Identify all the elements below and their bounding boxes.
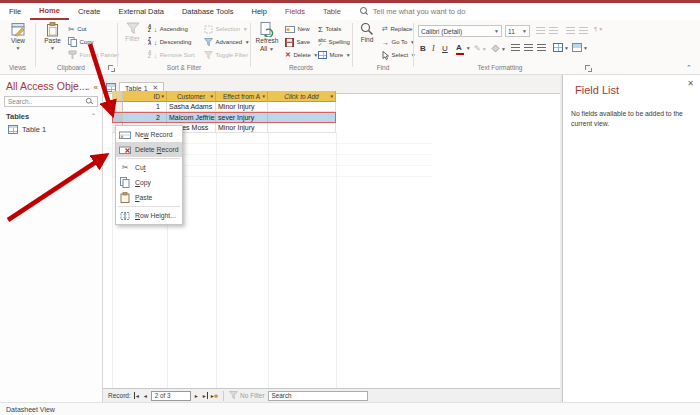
selection-button[interactable]: Selection▼ <box>204 23 248 35</box>
cell-effect[interactable]: Minor Injury <box>216 123 268 133</box>
filter-status-indicator[interactable]: No Filter <box>229 391 265 400</box>
format-painter-button[interactable]: Format Painter <box>68 49 119 61</box>
underline-button[interactable]: U <box>442 44 448 53</box>
select-all-corner[interactable] <box>112 91 123 102</box>
tab-file[interactable]: File <box>0 3 30 20</box>
descending-button[interactable]: ZA↓ Descending <box>148 36 191 48</box>
nav-search-input[interactable]: Search.. <box>4 96 98 107</box>
find-button[interactable]: Find <box>355 22 379 44</box>
remove-sort-button[interactable]: AZ↓ Remove Sort <box>148 49 195 61</box>
save-button[interactable]: Save <box>285 36 310 48</box>
new-blank-record-button[interactable]: ▸✱ <box>211 392 218 399</box>
row-selector[interactable] <box>112 102 123 112</box>
font-color-button[interactable]: A ▼ <box>456 44 471 52</box>
align-left-button[interactable] <box>511 44 520 51</box>
tab-fields[interactable]: Fields <box>276 3 314 20</box>
close-icon[interactable]: ✕ <box>687 79 694 88</box>
row-selector[interactable] <box>112 112 123 123</box>
cell-customer[interactable]: Sasha Adams <box>167 102 216 112</box>
menu-item-delete-record[interactable]: Delete Record <box>116 142 182 157</box>
tell-me-search[interactable]: Tell me what you want to do <box>360 3 466 20</box>
column-header-customer[interactable]: Customer▼ <box>167 91 216 102</box>
font-name-select[interactable]: Calibri (Detail) ▼ <box>418 25 502 37</box>
increase-indent-button[interactable] <box>579 27 588 34</box>
spelling-button[interactable]: abc✓ Spelling <box>318 36 350 48</box>
cell-id[interactable]: 1 <box>123 102 167 112</box>
menu-item-row-height[interactable]: Row Height... <box>116 208 182 223</box>
replace-button[interactable]: ⇄ Replace <box>382 23 412 35</box>
decrease-indent-button[interactable] <box>566 27 575 34</box>
previous-record-button[interactable]: ◂ <box>143 392 148 399</box>
tab-home[interactable]: Home <box>30 3 69 20</box>
cell-id[interactable]: 2 <box>123 112 167 123</box>
chevron-up-icon[interactable]: ⌃ <box>91 112 96 119</box>
new-record-button[interactable]: New <box>285 23 310 35</box>
menu-item-paste[interactable]: Paste <box>116 190 182 205</box>
tab-help[interactable]: Help <box>242 3 275 20</box>
nav-pane-title: All Access Obje... <box>6 80 88 92</box>
tab-database-tools[interactable]: Database Tools <box>173 3 243 20</box>
cell-effect[interactable]: Minor Injury <box>216 102 268 112</box>
refresh-all-button[interactable]: Refresh All ▼ <box>253 22 281 53</box>
nav-item-table1[interactable]: Table 1 <box>8 125 46 134</box>
selection-icon <box>204 25 213 34</box>
highlight-button[interactable]: ✎▼ <box>474 44 487 53</box>
paste-button[interactable]: Paste ▼ <box>39 22 66 51</box>
chevron-down-icon[interactable]: ▼ <box>210 94 214 99</box>
gridlines-button[interactable]: ▼ <box>553 43 569 52</box>
text-formatting-dialog-launcher[interactable] <box>585 65 592 72</box>
bold-button[interactable]: B <box>420 44 426 53</box>
toggle-filter-button[interactable]: Toggle Filter <box>204 49 248 61</box>
find-icon <box>360 22 374 36</box>
column-header-id[interactable]: ID▼ <box>123 91 167 102</box>
column-header-click-to-add[interactable]: Click to Add▼ <box>268 91 336 102</box>
tab-create[interactable]: Create <box>69 3 110 20</box>
menu-item-copy[interactable]: Copy <box>116 175 182 190</box>
collapse-ribbon-icon[interactable]: ⌃ <box>686 64 692 72</box>
more-button[interactable]: More▼ <box>318 49 351 61</box>
tab-external-data[interactable]: External Data <box>109 3 172 20</box>
clipboard-dialog-launcher[interactable] <box>108 65 115 72</box>
select-button[interactable]: Select▼ <box>382 49 416 61</box>
font-size-select[interactable]: 11 ▼ <box>505 25 530 37</box>
align-right-button[interactable] <box>537 44 546 51</box>
bullets-button[interactable] <box>536 27 545 34</box>
next-record-button[interactable]: ▸ <box>194 392 199 399</box>
rtl-button[interactable]: ¶▼ <box>594 26 603 32</box>
chevron-down-icon[interactable]: ⌄ <box>86 84 91 91</box>
chevron-down-icon[interactable]: ▼ <box>330 94 334 99</box>
cell-effect[interactable]: sever Injury <box>216 112 268 123</box>
table-row-1[interactable]: 1 Sasha Adams Minor Injury <box>112 102 336 112</box>
copy-button[interactable]: Copy <box>68 36 94 48</box>
last-record-button[interactable]: ▸ <box>202 392 208 399</box>
record-position-box[interactable]: 2 of 3 <box>151 391 191 401</box>
cell-click-to-add[interactable] <box>268 123 336 133</box>
record-search-input[interactable]: Search <box>268 391 368 401</box>
filter-button[interactable]: Filter <box>120 22 145 43</box>
column-header-effect[interactable]: Effect from A▼ <box>216 91 268 102</box>
chevron-down-icon[interactable]: ▼ <box>262 94 266 99</box>
view-button[interactable]: View ▼ <box>3 22 33 51</box>
go-to-button[interactable]: → Go To▼ <box>382 36 415 48</box>
menu-item-cut[interactable]: ✂ Cut <box>116 160 182 175</box>
nav-group-tables[interactable]: Tables <box>6 112 29 121</box>
chevron-down-icon[interactable]: ▼ <box>161 94 165 99</box>
menu-item-new-record[interactable]: New Record <box>116 127 182 142</box>
alternate-row-color-button[interactable]: ▼ <box>572 43 588 52</box>
totals-button[interactable]: Σ Totals <box>318 23 341 35</box>
numbering-button[interactable] <box>549 27 558 34</box>
cell-click-to-add[interactable] <box>268 102 336 112</box>
italic-button[interactable]: I <box>432 44 435 53</box>
delete-button[interactable]: ✕ Delete▼ <box>285 49 318 61</box>
cell-click-to-add[interactable] <box>268 112 336 123</box>
tab-table[interactable]: Table <box>314 3 350 20</box>
shutter-close-icon[interactable]: « <box>94 83 98 92</box>
table-row-2-selected[interactable]: 2 Malcom Jeffries sever Injury <box>112 112 336 123</box>
ascending-button[interactable]: AZ↓ Ascending <box>148 23 188 35</box>
first-record-button[interactable]: ◂ <box>134 392 140 399</box>
cut-button[interactable]: ✂ Cut <box>68 23 87 35</box>
advanced-button[interactable]: Advanced▼ <box>204 36 250 48</box>
cell-customer[interactable]: Malcom Jeffries <box>167 112 216 123</box>
background-color-button[interactable]: ▼ <box>491 44 506 53</box>
align-center-button[interactable] <box>524 44 533 51</box>
